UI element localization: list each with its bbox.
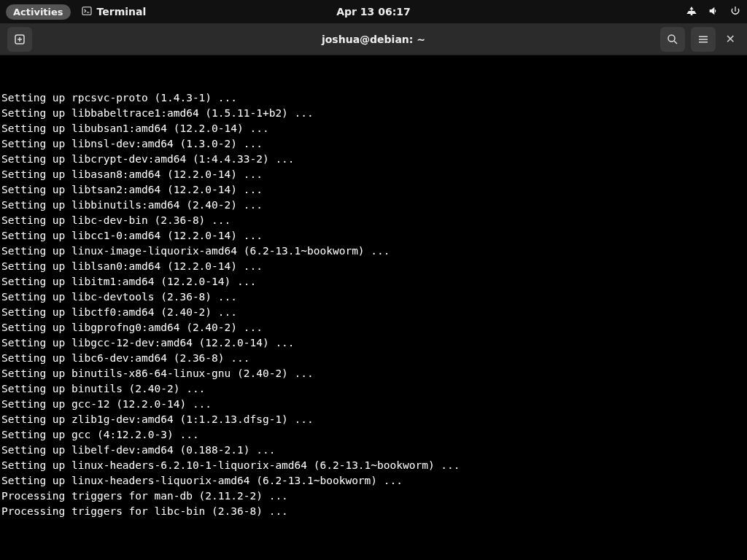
terminal-line: Processing triggers for libc-bin (2.36-8… — [1, 504, 746, 519]
terminal-line: Setting up liblsan0:amd64 (12.2.0-14) ..… — [1, 259, 746, 274]
terminal-line: Setting up libbinutils:amd64 (2.40-2) ..… — [1, 198, 746, 213]
terminal-window: joshua@debian: ~ ✕ Setting up rpcsvc-pro… — [0, 23, 747, 560]
search-button[interactable] — [660, 27, 685, 52]
terminal-line: Setting up rpcsvc-proto (1.4.3-1) ... — [1, 90, 746, 106]
terminal-line: Setting up libitm1:amd64 (12.2.0-14) ... — [1, 274, 746, 289]
activities-button[interactable]: Activities — [6, 4, 71, 20]
terminal-line: Processing triggers for man-db (2.11.2-2… — [1, 489, 746, 504]
terminal-line: Setting up zlib1g-dev:amd64 (1:1.2.13.df… — [1, 412, 746, 427]
terminal-line: Setting up libasan8:amd64 (12.2.0-14) ..… — [1, 167, 746, 182]
terminal-line: Setting up libnsl-dev:amd64 (1.3.0-2) ..… — [1, 136, 746, 152]
power-icon[interactable] — [729, 5, 741, 19]
terminal-line: Setting up libubsan1:amd64 (12.2.0-14) .… — [1, 121, 746, 136]
network-icon[interactable] — [686, 5, 697, 19]
terminal-line: Setting up binutils-x86-64-linux-gnu (2.… — [1, 366, 746, 381]
menu-button[interactable] — [691, 27, 716, 52]
window-title: joshua@debian: ~ — [322, 34, 425, 45]
terminal-line: Setting up libgcc-12-dev:amd64 (12.2.0-1… — [1, 335, 746, 351]
app-menu[interactable]: Terminal — [81, 5, 147, 19]
terminal-line: Setting up libtsan2:amd64 (12.2.0-14) ..… — [1, 182, 746, 198]
terminal-line: Setting up libc6-dev:amd64 (2.36-8) ... — [1, 351, 746, 366]
close-button[interactable]: ✕ — [721, 32, 740, 46]
terminal-line: Setting up libc-devtools (2.36-8) ... — [1, 289, 746, 305]
app-menu-label: Terminal — [97, 6, 147, 18]
svg-point-2 — [668, 35, 675, 42]
terminal-line: Setting up libc-dev-bin (2.36-8) ... — [1, 213, 746, 228]
terminal-line: Setting up binutils (2.40-2) ... — [1, 381, 746, 397]
terminal-line: Setting up libcc1-0:amd64 (12.2.0-14) ..… — [1, 228, 746, 244]
terminal-line: Setting up libctf0:amd64 (2.40-2) ... — [1, 305, 746, 320]
terminal-line: Setting up linux-image-liquorix-amd64 (6… — [1, 244, 746, 259]
terminal-output[interactable]: Setting up rpcsvc-proto (1.4.3-1) ...Set… — [0, 55, 747, 560]
terminal-line: Setting up linux-headers-6.2.10-1-liquor… — [1, 458, 746, 473]
terminal-line: Setting up gcc-12 (12.2.0-14) ... — [1, 397, 746, 412]
window-titlebar: joshua@debian: ~ ✕ — [0, 23, 747, 55]
terminal-line: Setting up libgprofng0:amd64 (2.40-2) ..… — [1, 320, 746, 335]
svg-rect-0 — [82, 7, 91, 15]
volume-icon[interactable] — [708, 5, 719, 19]
terminal-line: Setting up libelf-dev:amd64 (0.188-2.1) … — [1, 443, 746, 458]
clock[interactable]: Apr 13 06:17 — [336, 6, 411, 18]
terminal-line: Setting up libcrypt-dev:amd64 (1:4.4.33-… — [1, 152, 746, 167]
terminal-line: Setting up linux-headers-liquorix-amd64 … — [1, 473, 746, 489]
terminal-line: Setting up libbabeltrace1:amd64 (1.5.11-… — [1, 106, 746, 121]
terminal-line: Setting up gcc (4:12.2.0-3) ... — [1, 427, 746, 443]
terminal-icon — [81, 5, 93, 19]
gnome-topbar: Activities Terminal Apr 13 06:17 — [0, 0, 747, 23]
new-tab-button[interactable] — [7, 27, 32, 52]
